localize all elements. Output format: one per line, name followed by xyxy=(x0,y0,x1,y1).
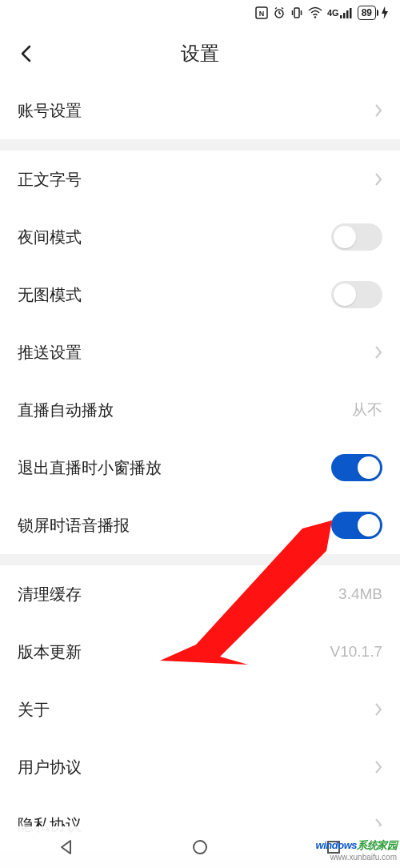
circle-home-icon xyxy=(191,838,209,856)
svg-rect-14 xyxy=(350,8,352,18)
nfc-icon: N xyxy=(255,6,268,19)
svg-point-15 xyxy=(194,841,206,854)
toggle-lock-voice[interactable] xyxy=(331,512,382,539)
row-exit-pip: 退出直播时小窗播放 xyxy=(0,439,400,496)
row-night-mode: 夜间模式 xyxy=(0,208,400,266)
row-font-size[interactable]: 正文字号 xyxy=(0,151,400,208)
system-nav-bar xyxy=(0,826,400,868)
charging-icon xyxy=(381,6,389,19)
row-label: 清理缓存 xyxy=(18,584,82,605)
row-label: 直播自动播放 xyxy=(18,400,114,421)
row-version-update[interactable]: 版本更新 V10.1.7 xyxy=(0,623,400,681)
wifi-icon xyxy=(308,6,322,19)
row-label: 账号设置 xyxy=(18,100,82,122)
row-label: 用户协议 xyxy=(18,757,82,778)
toggle-exit-pip[interactable] xyxy=(331,454,382,481)
svg-point-10 xyxy=(314,16,316,18)
row-value: 从不 xyxy=(352,400,382,420)
svg-rect-11 xyxy=(340,15,342,18)
row-label: 无图模式 xyxy=(18,284,82,306)
header: 设置 xyxy=(0,26,400,82)
network-icon: 4G xyxy=(327,7,353,18)
row-label: 退出直播时小窗播放 xyxy=(18,457,162,479)
row-push-settings[interactable]: 推送设置 xyxy=(0,323,400,381)
row-user-agreement[interactable]: 用户协议 xyxy=(0,738,400,796)
page-title: 设置 xyxy=(181,41,219,66)
svg-line-5 xyxy=(275,8,277,10)
row-label: 关于 xyxy=(18,699,50,721)
row-label: 正文字号 xyxy=(18,169,82,191)
nav-home-button[interactable] xyxy=(189,836,211,858)
nav-recent-button[interactable] xyxy=(322,836,345,858)
row-label: 夜间模式 xyxy=(18,227,82,248)
chevron-right-icon xyxy=(374,173,382,186)
square-recent-icon xyxy=(326,839,342,855)
svg-text:N: N xyxy=(259,10,265,18)
row-label: 版本更新 xyxy=(18,641,82,663)
svg-rect-16 xyxy=(328,842,339,853)
chevron-right-icon xyxy=(374,346,382,359)
svg-rect-13 xyxy=(346,10,349,18)
row-live-autoplay[interactable]: 直播自动播放 从不 xyxy=(0,381,400,439)
row-lock-voice: 锁屏时语音播报 xyxy=(0,496,400,554)
chevron-left-icon xyxy=(20,45,31,62)
alarm-icon xyxy=(273,6,286,19)
row-clear-cache[interactable]: 清理缓存 3.4MB xyxy=(0,565,400,623)
row-about[interactable]: 关于 xyxy=(0,681,400,738)
svg-rect-7 xyxy=(294,8,299,18)
battery-value: 89 xyxy=(362,7,372,18)
row-value: 3.4MB xyxy=(338,585,382,603)
group-display: 正文字号 夜间模式 无图模式 推送设置 直播自动播放 从不 退出直播时小窗播放 … xyxy=(0,151,400,554)
vibrate-icon xyxy=(290,6,303,19)
network-label: 4G xyxy=(327,8,339,18)
group-system: 清理缓存 3.4MB 版本更新 V10.1.7 关于 用户协议 隐私协议 xyxy=(0,565,400,854)
svg-line-6 xyxy=(282,8,283,10)
svg-rect-12 xyxy=(343,13,346,18)
triangle-back-icon xyxy=(58,838,75,856)
row-label: 推送设置 xyxy=(18,342,82,364)
row-no-image-mode: 无图模式 xyxy=(0,266,400,323)
row-value: V10.1.7 xyxy=(330,643,383,661)
chevron-right-icon xyxy=(374,761,382,774)
status-bar: N 4G 89 xyxy=(0,0,400,26)
toggle-night-mode[interactable] xyxy=(331,223,382,251)
nav-back-button[interactable] xyxy=(55,836,78,858)
chevron-right-icon xyxy=(374,703,382,716)
chevron-right-icon xyxy=(374,104,382,117)
battery-indicator: 89 xyxy=(358,6,376,20)
row-label: 锁屏时语音播报 xyxy=(18,515,130,536)
row-account-settings[interactable]: 账号设置 xyxy=(0,82,400,139)
toggle-no-image[interactable] xyxy=(331,281,382,308)
back-button[interactable] xyxy=(14,42,37,65)
